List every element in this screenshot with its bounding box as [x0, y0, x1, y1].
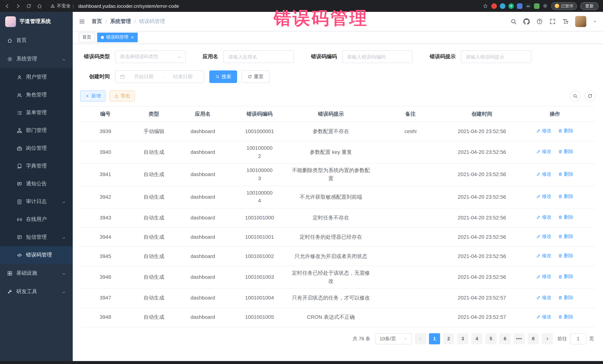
home-icon: [7, 38, 13, 43]
delete-link[interactable]: 删除: [558, 127, 573, 134]
delete-link[interactable]: 删除: [558, 294, 573, 301]
page-size-select[interactable]: 10条/页: [376, 333, 412, 344]
sidebar-item-system[interactable]: 系统管理: [0, 50, 73, 68]
cell-id: 3948: [80, 308, 131, 327]
forward-icon[interactable]: [15, 3, 21, 9]
reload-icon[interactable]: [26, 3, 32, 9]
cell-app: dashboard: [177, 208, 229, 227]
edit-link[interactable]: 修改: [536, 127, 552, 134]
pager-ellipsis[interactable]: •••: [514, 333, 525, 344]
search-icon[interactable]: [510, 18, 517, 25]
github-icon[interactable]: [523, 18, 530, 25]
sidebar-item-dept[interactable]: 部门管理: [0, 121, 73, 139]
font-size-icon[interactable]: [562, 18, 569, 25]
goto-suffix: 页: [589, 335, 594, 342]
page-button-3[interactable]: 3: [457, 333, 468, 344]
chevron-down-icon: [62, 200, 66, 204]
fullscreen-icon[interactable]: [549, 18, 556, 25]
caret-down-icon[interactable]: [593, 19, 597, 23]
sidebar-item-post[interactable]: 岗位管理: [0, 139, 73, 157]
chevron-right-icon: [545, 336, 550, 341]
search-button[interactable]: 搜索: [209, 70, 237, 83]
sidebar-item-home[interactable]: 首页: [0, 31, 73, 50]
sidebar-item-notice[interactable]: 通知公告: [0, 175, 73, 193]
sidebar-item-audit-log[interactable]: 审计日志: [0, 193, 73, 210]
edit-link[interactable]: 修改: [536, 273, 552, 280]
extension-on-badge-icon[interactable]: on: [525, 3, 531, 9]
refresh-button[interactable]: [584, 90, 596, 101]
delete-link[interactable]: 删除: [558, 214, 573, 221]
extension-vue-icon[interactable]: V: [508, 3, 514, 9]
logo[interactable]: 芋道管理系统: [0, 12, 73, 31]
page-button-1[interactable]: 1: [429, 333, 440, 344]
question-icon[interactable]: [536, 18, 543, 25]
next-page-button[interactable]: [542, 333, 553, 344]
paused-badge[interactable]: 已暂停: [551, 2, 577, 10]
sidebar-item-dev-tools[interactable]: 研发工具: [0, 282, 73, 301]
sidebar-item-user[interactable]: 用户管理: [0, 68, 73, 86]
edit-link[interactable]: 修改: [536, 294, 552, 301]
delete-link[interactable]: 删除: [558, 170, 573, 178]
breadcrumb-item[interactable]: 首页: [92, 18, 102, 25]
security-indicator[interactable]: 不安全 |: [50, 3, 74, 9]
breadcrumb-item[interactable]: 错误码管理: [139, 18, 165, 25]
delete-link[interactable]: 删除: [558, 273, 573, 280]
extension-puzzle-icon[interactable]: [543, 3, 548, 9]
extension-grid-icon[interactable]: [517, 3, 522, 9]
extension-adblock-icon[interactable]: [491, 3, 497, 9]
reset-button[interactable]: 重置: [242, 70, 269, 83]
edit-link[interactable]: 修改: [536, 148, 552, 155]
sidebar: 芋道管理系统 首页系统管理用户管理角色管理菜单管理部门管理岗位管理字典管理通知公…: [0, 12, 73, 361]
sidebar-item-sms[interactable]: 短信管理: [0, 228, 73, 246]
delete-link[interactable]: 删除: [558, 252, 573, 260]
extension-leaf-icon[interactable]: [534, 3, 540, 9]
show-search-button[interactable]: [570, 90, 581, 101]
edit-link[interactable]: 修改: [536, 214, 552, 221]
sidebar-item-error-code[interactable]: 错误码管理: [0, 246, 73, 264]
goto-page-input[interactable]: [570, 333, 586, 344]
bookmark-star-icon[interactable]: [483, 3, 488, 9]
delete-link[interactable]: 删除: [558, 148, 573, 155]
app-name-input[interactable]: [223, 50, 294, 63]
edit-link[interactable]: 修改: [536, 313, 552, 320]
edit-link[interactable]: 修改: [536, 170, 552, 178]
edit-link[interactable]: 修改: [536, 252, 552, 260]
address-bar[interactable]: dashboard.yudao.iocoder.cn/system/error-…: [78, 3, 179, 9]
error-code-input[interactable]: [342, 50, 413, 63]
hamburger-icon[interactable]: [79, 18, 85, 25]
edit-link[interactable]: 修改: [536, 233, 552, 240]
delete-icon: [558, 129, 563, 133]
cell-create-time: 2021-04-20 23:52:56: [450, 164, 514, 186]
page-button-2[interactable]: 2: [443, 333, 454, 344]
export-button[interactable]: 导出: [109, 90, 135, 101]
error-type-select[interactable]: 请选择错误码类型: [115, 50, 186, 63]
page-button-8[interactable]: 8: [528, 333, 539, 344]
back-icon[interactable]: [4, 3, 10, 9]
calendar-icon: [120, 74, 125, 79]
error-msg-input[interactable]: [461, 50, 531, 63]
page-button-6[interactable]: 6: [499, 333, 510, 344]
page-button-5[interactable]: 5: [485, 333, 497, 344]
sidebar-item-infra[interactable]: 基础设施: [0, 264, 73, 282]
page-button-4[interactable]: 4: [471, 333, 482, 344]
close-icon[interactable]: ×: [131, 35, 134, 40]
warning-icon: [50, 4, 55, 8]
add-button[interactable]: 新增: [80, 90, 106, 101]
tab-error-code[interactable]: 错误码管理×: [97, 33, 138, 42]
sidebar-item-menu[interactable]: 菜单管理: [0, 104, 73, 121]
sidebar-item-online-user[interactable]: 在线用户: [0, 210, 73, 228]
tab-home[interactable]: 首页: [79, 33, 95, 42]
delete-link[interactable]: 删除: [558, 313, 573, 320]
user-avatar[interactable]: [575, 16, 586, 27]
browser-update-button[interactable]: 更新: [580, 2, 599, 10]
breadcrumb-item[interactable]: 系统管理: [110, 18, 131, 25]
sidebar-item-role[interactable]: 角色管理: [0, 86, 73, 104]
delete-link[interactable]: 删除: [558, 233, 573, 240]
delete-link[interactable]: 删除: [558, 193, 573, 200]
create-time-range[interactable]: 开始日期 - 结束日期: [115, 70, 204, 83]
edit-link[interactable]: 修改: [536, 193, 552, 200]
prev-page-button[interactable]: [415, 333, 426, 344]
home-icon[interactable]: [37, 3, 42, 9]
extension-pin-icon[interactable]: [500, 3, 505, 9]
sidebar-item-dict[interactable]: 字典管理: [0, 157, 73, 175]
